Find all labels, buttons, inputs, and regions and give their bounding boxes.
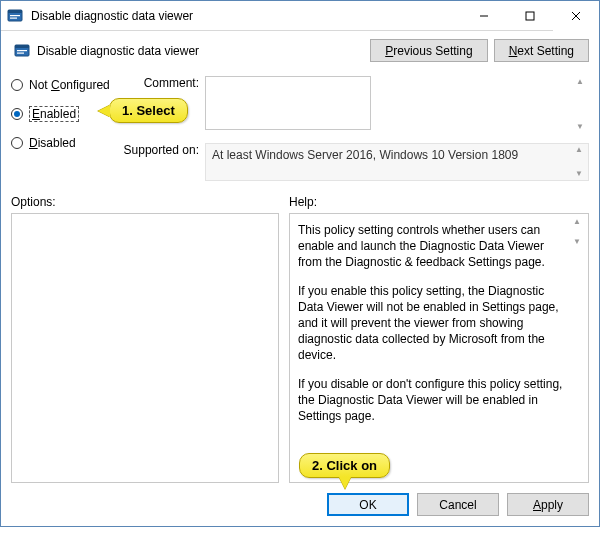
policy-name: Disable diagnostic data viewer	[33, 44, 364, 58]
config-grid: Not Configured Enabled Disabled 1. Selec…	[11, 76, 589, 181]
callout-select: 1. Select	[109, 98, 188, 123]
help-box: This policy setting controls whether use…	[289, 213, 589, 483]
radio-indicator	[11, 79, 23, 91]
svg-rect-3	[10, 17, 17, 18]
header-row: Disable diagnostic data viewer Previous …	[11, 39, 589, 62]
dialog-button-row: 2. Click on OK Cancel Apply	[11, 493, 589, 516]
radio-indicator	[11, 108, 23, 120]
radio-label: Not Configured	[29, 78, 110, 92]
comment-row: Comment: ▲▼	[121, 76, 589, 133]
next-setting-button[interactable]: Next Setting	[494, 39, 589, 62]
callout-click: 2. Click on	[299, 453, 390, 478]
maximize-button[interactable]	[507, 1, 553, 31]
cancel-button[interactable]: Cancel	[417, 493, 499, 516]
options-label: Options:	[11, 195, 279, 209]
title-bar: Disable diagnostic data viewer	[1, 1, 599, 31]
policy-editor-window: Disable diagnostic data viewer Disable d…	[0, 0, 600, 527]
supported-scrollbar[interactable]: ▲▼	[572, 146, 586, 178]
supported-on-value: At least Windows Server 2016, Windows 10…	[212, 148, 518, 162]
svg-rect-5	[526, 12, 534, 20]
radio-indicator	[11, 137, 23, 149]
radio-label: Disabled	[29, 136, 76, 150]
supported-label: Supported on:	[121, 143, 205, 157]
radio-label: Enabled	[29, 106, 79, 122]
ok-button[interactable]: OK	[327, 493, 409, 516]
svg-rect-11	[17, 52, 24, 53]
radio-disabled[interactable]: Disabled	[11, 136, 121, 150]
options-pane: Options:	[11, 195, 279, 483]
supported-row: Supported on: At least Windows Server 20…	[121, 143, 589, 181]
minimize-button[interactable]	[461, 1, 507, 31]
lower-panes: Options: Help: This policy setting contr…	[11, 195, 589, 483]
comment-label: Comment:	[121, 76, 205, 90]
policy-icon	[11, 43, 33, 59]
callout-text: 2. Click on	[312, 458, 377, 473]
svg-rect-2	[10, 15, 20, 16]
help-paragraph: This policy setting controls whether use…	[298, 222, 570, 271]
window-title: Disable diagnostic data viewer	[29, 9, 461, 23]
comment-input[interactable]	[205, 76, 371, 130]
help-paragraph: If you disable or don't configure this p…	[298, 376, 570, 425]
help-scrollbar[interactable]: ▲▼	[570, 218, 584, 246]
comment-scrollbar[interactable]: ▲▼	[573, 78, 587, 131]
callout-text: 1. Select	[122, 103, 175, 118]
fields-column: Comment: ▲▼ Supported on: At least Windo…	[121, 76, 589, 181]
svg-rect-9	[15, 45, 29, 48]
client-area: Disable diagnostic data viewer Previous …	[1, 31, 599, 526]
supported-on-box: At least Windows Server 2016, Windows 10…	[205, 143, 589, 181]
help-pane: Help: This policy setting controls wheth…	[289, 195, 589, 483]
radio-not-configured[interactable]: Not Configured	[11, 78, 121, 92]
options-box	[11, 213, 279, 483]
help-label: Help:	[289, 195, 589, 209]
close-button[interactable]	[553, 1, 599, 31]
apply-button[interactable]: Apply	[507, 493, 589, 516]
previous-setting-button[interactable]: Previous Setting	[370, 39, 487, 62]
svg-rect-1	[8, 10, 22, 13]
state-radio-group: Not Configured Enabled Disabled 1. Selec…	[11, 76, 121, 181]
app-icon	[1, 8, 29, 24]
help-paragraph: If you enable this policy setting, the D…	[298, 283, 570, 364]
svg-rect-10	[17, 50, 27, 51]
